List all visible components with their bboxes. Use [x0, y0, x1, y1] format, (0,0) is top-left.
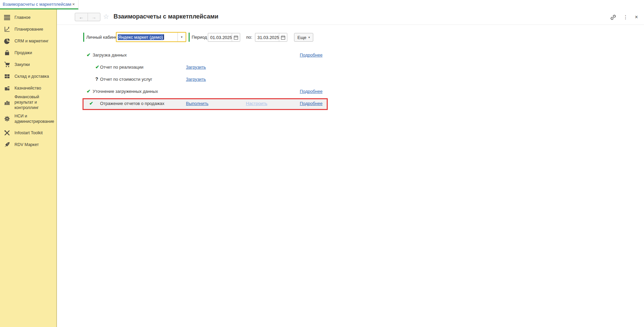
load-link[interactable]: Загрузить: [186, 61, 206, 73]
sidebar-item-label: Infostart Toolkit: [14, 130, 43, 136]
tab-bar: Взаиморасчеты с маркетплейсами ×: [0, 0, 644, 9]
pie-chart-icon: [4, 38, 10, 44]
header-icons: ⋮ ×: [610, 9, 638, 25]
sidebar-item-purchases[interactable]: Закупки: [0, 59, 56, 70]
sidebar-item-label: Закупки: [14, 62, 30, 67]
sidebar-item-label: CRM и маркетинг: [14, 38, 49, 44]
kebab-menu-icon[interactable]: ⋮: [623, 14, 628, 20]
forward-button[interactable]: →: [88, 13, 100, 21]
step-row-sales-reflection: ✔ Отражение отчетов о продажах Выполнить…: [57, 97, 644, 109]
selected-text: Яндекс маркет (демо): [118, 34, 163, 40]
cabinet-combobox[interactable]: Яндекс маркет (демо) ▾: [116, 32, 186, 42]
tab-settlements[interactable]: Взаиморасчеты с маркетплейсами ×: [0, 0, 78, 9]
calendar-icon[interactable]: [232, 33, 240, 41]
sidebar-item-treasury[interactable]: Казначейство: [0, 82, 56, 94]
step-label: Загрузка данных: [93, 49, 127, 61]
chevron-down-icon[interactable]: ▾: [178, 33, 186, 41]
link-icon[interactable]: [610, 14, 616, 21]
sidebar: Главное Планирование CRM и маркетинг Про…: [0, 9, 57, 327]
execute-link[interactable]: Выполнить: [186, 97, 208, 109]
date-from-field: [208, 33, 240, 42]
page-header: ← → ☆ Взаиморасчеты с маркетплейсами ⋮ ×: [57, 9, 644, 25]
sidebar-item-label: RDV Маркет: [14, 142, 39, 147]
page-title: Взаиморасчеты с маркетплейсами: [114, 13, 218, 20]
sidebar-item-planning[interactable]: Планирование: [0, 23, 56, 35]
favorite-star-icon[interactable]: ☆: [103, 12, 109, 21]
cabinet-value: Яндекс маркет (демо): [118, 34, 164, 40]
sidebar-item-label: Склад и доставка: [14, 74, 49, 79]
step-label: Уточнение загруженных данных: [93, 85, 158, 97]
bar-chart-icon: [4, 99, 10, 106]
check-icon: ✔: [87, 85, 91, 97]
sidebar-item-main[interactable]: Главное: [0, 11, 56, 23]
sidebar-item-label: Продажи: [14, 50, 32, 56]
step-row-sales-report: ✔ Отчет по реализации Загрузить: [57, 61, 644, 73]
calendar-icon[interactable]: [279, 33, 287, 41]
more-button-label: Еще: [297, 35, 306, 40]
group-separator: [83, 33, 84, 42]
load-link[interactable]: Загрузить: [186, 73, 206, 85]
cart-icon: [4, 61, 10, 68]
date-to-input[interactable]: [255, 33, 279, 41]
sidebar-item-label: Финансовый результат и контроллинг: [14, 94, 55, 110]
boxes-icon: [4, 73, 10, 80]
check-icon: ✔: [95, 61, 99, 73]
sidebar-item-label: НСИ и администрирование: [14, 113, 54, 124]
step-row-services-cost-report: ? Отчет по стоимости услуг Загрузить: [57, 73, 644, 85]
period-to-label: по:: [246, 33, 252, 42]
step-label: Отчет по реализации: [100, 61, 143, 73]
details-link[interactable]: Подробнее: [300, 97, 322, 109]
nav-buttons: ← →: [75, 13, 100, 21]
question-icon: ?: [95, 73, 98, 85]
sidebar-item-finance[interactable]: Финансовый результат и контроллинг: [0, 94, 56, 110]
sidebar-item-rdv-market[interactable]: RDV Маркет: [0, 139, 56, 150]
sidebar-item-label: Казначейство: [14, 85, 41, 91]
sidebar-item-label: Главное: [14, 15, 31, 20]
gear-icon: [4, 115, 10, 122]
configure-link[interactable]: Настроить: [246, 97, 267, 109]
main-area: ← → ☆ Взаиморасчеты с маркетплейсами ⋮ ×…: [57, 9, 644, 327]
more-button[interactable]: Еще ▾: [294, 33, 313, 42]
sidebar-item-administration[interactable]: НСИ и администрирование: [0, 110, 56, 127]
text-caret: [163, 34, 164, 40]
group-separator: [189, 33, 190, 42]
back-button[interactable]: ←: [75, 13, 88, 21]
date-to-field: [255, 33, 287, 42]
tab-close-icon[interactable]: ×: [71, 2, 75, 6]
step-label: Отчет по стоимости услуг: [100, 73, 152, 85]
sidebar-item-infostart-toolkit[interactable]: Infostart Toolkit: [0, 127, 56, 139]
sidebar-item-crm[interactable]: CRM и маркетинг: [0, 35, 56, 47]
date-from-input[interactable]: [208, 33, 232, 41]
rocket-icon: [4, 141, 10, 148]
tab-title: Взаиморасчеты с маркетплейсами: [3, 2, 71, 7]
sidebar-item-label: Планирование: [14, 27, 43, 32]
bag-icon: [4, 49, 10, 56]
details-link[interactable]: Подробнее: [300, 49, 322, 61]
menu-icon: [4, 14, 10, 21]
step-row-data-load: ✔ Загрузка данных Подробнее: [57, 49, 644, 61]
sidebar-item-warehouse[interactable]: Склад и доставка: [0, 70, 56, 82]
close-icon[interactable]: ×: [635, 14, 638, 20]
planning-icon: [4, 26, 10, 33]
check-icon: ✔: [89, 97, 93, 109]
tools-icon: [4, 130, 10, 136]
cabinet-label: Личный кабинет:: [86, 33, 120, 42]
step-row-data-refine: ✔ Уточнение загруженных данных Подробнее: [57, 85, 644, 97]
sidebar-item-sales[interactable]: Продажи: [0, 47, 56, 59]
coins-icon: [4, 85, 10, 92]
check-icon: ✔: [87, 49, 91, 61]
details-link[interactable]: Подробнее: [300, 85, 322, 97]
step-label: Отражение отчетов о продажах: [100, 97, 164, 109]
chevron-down-icon: ▾: [308, 36, 310, 39]
